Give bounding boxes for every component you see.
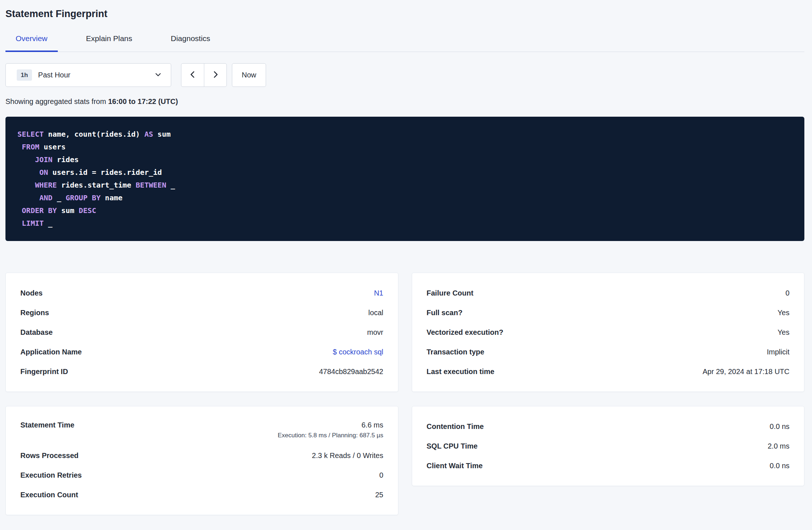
detail-row-application-name: Application Name $ cockroach sql xyxy=(20,342,383,362)
chevron-left-icon xyxy=(188,70,197,80)
stat-value: 0 xyxy=(379,471,383,479)
wait-value: 0.0 ns xyxy=(770,462,789,470)
nodes-link[interactable]: N1 xyxy=(374,289,383,297)
wait-row-client-wait-time: Client Wait Time 0.0 ns xyxy=(427,456,790,475)
attr-row-full-scan: Full scan? Yes xyxy=(427,303,790,322)
sql-line: LIMIT _ xyxy=(17,217,792,230)
attr-label: Full scan? xyxy=(427,309,463,317)
chevron-down-icon xyxy=(154,70,162,80)
attr-value: Implicit xyxy=(767,348,789,356)
sql-line: SELECT name, count(rides.id) AS sum xyxy=(17,128,792,141)
aggregation-note-prefix: Showing aggregated stats from xyxy=(5,97,106,105)
tab-bar: Overview Explain Plans Diagnostics xyxy=(5,31,804,52)
attr-value: Yes xyxy=(777,309,789,317)
chevron-right-icon xyxy=(211,70,220,80)
detail-value: 4784cb829aab2542 xyxy=(319,368,383,376)
application-name-link[interactable]: $ cockroach sql xyxy=(333,348,383,356)
sql-line: ORDER BY sum DESC xyxy=(17,204,792,217)
sql-line: WHERE rides.start_time BETWEEN _ xyxy=(17,179,792,192)
wait-value: 0.0 ns xyxy=(770,422,789,431)
detail-row-nodes: Nodes N1 xyxy=(20,283,383,303)
next-interval-button[interactable] xyxy=(204,64,226,87)
wait-label: SQL CPU Time xyxy=(427,442,478,450)
aggregation-note-range: 16:00 to 17:22 (UTC) xyxy=(108,97,178,105)
stat-subvalue: Execution: 5.8 ms / Planning: 687.5 µs xyxy=(278,432,383,439)
wait-row-contention-time: Contention Time 0.0 ns xyxy=(427,417,790,436)
stat-row-rows-processed: Rows Processed 2.3 k Reads / 0 Writes xyxy=(20,446,383,465)
stat-label: Execution Count xyxy=(20,491,78,499)
wait-value: 2.0 ms xyxy=(768,442,789,450)
tab-overview[interactable]: Overview xyxy=(5,31,58,52)
sql-line: JOIN rides xyxy=(17,153,792,166)
sql-line: ON users.id = rides.rider_id xyxy=(17,166,792,179)
detail-label: Nodes xyxy=(20,289,43,297)
wait-times-card: Contention Time 0.0 ns SQL CPU Time 2.0 … xyxy=(412,406,805,486)
prev-interval-button[interactable] xyxy=(181,64,204,87)
attr-label: Failure Count xyxy=(427,289,474,297)
attr-label: Vectorized execution? xyxy=(427,328,503,337)
statement-fingerprint-page: Statement Fingerprint Overview Explain P… xyxy=(0,0,812,515)
interval-step-group xyxy=(181,63,227,87)
stat-label: Rows Processed xyxy=(20,451,79,460)
sql-line: FROM users xyxy=(17,141,792,153)
detail-label: Database xyxy=(20,328,53,337)
detail-value: local xyxy=(368,309,383,317)
wait-row-sql-cpu-time: SQL CPU Time 2.0 ms xyxy=(427,436,790,456)
detail-label: Application Name xyxy=(20,348,82,356)
time-toolbar: 1h Past Hour Now xyxy=(5,63,804,87)
detail-label: Regions xyxy=(20,309,49,317)
statement-details-card: Nodes N1 Regions local Database movr App… xyxy=(5,273,398,392)
interval-badge: 1h xyxy=(17,69,32,81)
tab-diagnostics[interactable]: Diagnostics xyxy=(161,31,221,52)
sql-statement-box: SELECT name, count(rides.id) AS sum FROM… xyxy=(5,117,804,241)
page-title: Statement Fingerprint xyxy=(5,8,804,20)
detail-label: Fingerprint ID xyxy=(20,368,68,376)
tab-explain-plans[interactable]: Explain Plans xyxy=(76,31,142,52)
detail-row-database: Database movr xyxy=(20,322,383,342)
now-button[interactable]: Now xyxy=(232,63,266,87)
stat-label: Statement Time xyxy=(20,421,75,429)
attr-value: Apr 29, 2024 at 17:18 UTC xyxy=(703,368,789,376)
detail-row-regions: Regions local xyxy=(20,303,383,322)
summary-cards: Nodes N1 Regions local Database movr App… xyxy=(5,273,804,515)
stat-value: 6.6 ms xyxy=(361,421,383,429)
attr-row-transaction-type: Transaction type Implicit xyxy=(427,342,790,362)
attr-value: Yes xyxy=(777,328,789,337)
wait-label: Contention Time xyxy=(427,422,484,431)
attr-row-failure-count: Failure Count 0 xyxy=(427,283,790,303)
detail-row-fingerprint-id: Fingerprint ID 4784cb829aab2542 xyxy=(20,362,383,381)
stat-value: 2.3 k Reads / 0 Writes xyxy=(312,451,383,460)
attr-label: Last execution time xyxy=(427,368,495,376)
detail-value: movr xyxy=(367,328,383,337)
interval-label: Past Hour xyxy=(38,71,154,79)
attr-label: Transaction type xyxy=(427,348,485,356)
stat-row-execution-retries: Execution Retries 0 xyxy=(20,465,383,485)
attr-row-vectorized: Vectorized execution? Yes xyxy=(427,322,790,342)
aggregation-note: Showing aggregated stats from 16:00 to 1… xyxy=(5,97,804,106)
stat-row-statement-time: Statement Time 6.6 ms Execution: 5.8 ms … xyxy=(20,417,383,446)
stat-row-execution-count: Execution Count 25 xyxy=(20,485,383,505)
attr-row-last-execution-time: Last execution time Apr 29, 2024 at 17:1… xyxy=(427,362,790,381)
wait-label: Client Wait Time xyxy=(427,462,483,470)
time-interval-dropdown[interactable]: 1h Past Hour xyxy=(5,63,171,87)
execution-attributes-card: Failure Count 0 Full scan? Yes Vectorize… xyxy=(412,273,805,392)
stat-value: 25 xyxy=(375,491,383,499)
statement-timing-card: Statement Time 6.6 ms Execution: 5.8 ms … xyxy=(5,406,398,515)
stat-value-stack: 6.6 ms Execution: 5.8 ms / Planning: 687… xyxy=(278,421,383,439)
stat-label: Execution Retries xyxy=(20,471,82,479)
attr-value: 0 xyxy=(785,289,789,297)
sql-line: AND _ GROUP BY name xyxy=(17,192,792,204)
